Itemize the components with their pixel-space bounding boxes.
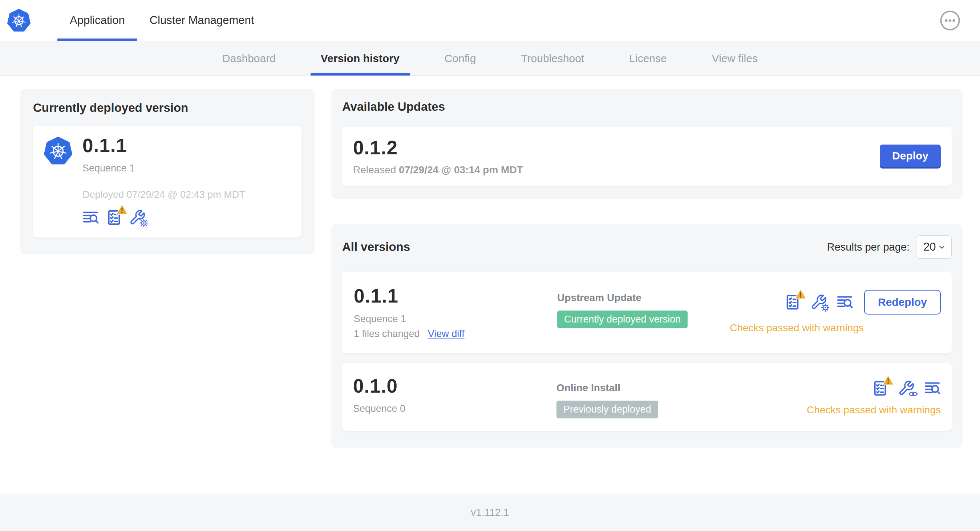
status-badge: Currently deployed version [557,310,687,328]
version-row-actions: Checks passed with warnings [807,375,941,418]
subnav-label: View files [712,52,758,65]
kubernetes-logo-icon [7,9,30,33]
all-versions-card: All versions Results per page: 20 0.1.1 … [331,224,963,448]
row-version-number: 0.1.1 [354,286,557,307]
subnav-item-config[interactable]: Config [434,41,486,76]
current-version-actions [83,209,245,226]
subnav-item-version-history[interactable]: Version history [310,41,410,76]
redeploy-button[interactable]: Redeploy [864,290,941,315]
subnav-label: License [629,52,667,65]
tab-application-label: Application [70,14,125,27]
version-row-source: Upstream Update Currently deployed versi… [557,286,730,339]
status-badge: Previously deployed [557,401,658,418]
deploy-logs-icon[interactable] [83,209,99,226]
view-diff-link[interactable]: View diff [428,328,465,340]
row-version-number: 0.1.0 [353,375,557,397]
tab-cluster-management[interactable]: Cluster Management [137,0,267,41]
view-config-icon[interactable] [898,380,915,397]
app-subnav: Dashboard Version history Config Trouble… [0,41,980,76]
current-version-number: 0.1.1 [83,135,245,156]
subnav-label: Config [445,52,476,65]
gear-icon [140,219,148,227]
preflight-checks-icon[interactable] [784,294,801,310]
preflight-status-text: Checks passed with warnings [807,404,941,416]
available-update-info: 0.1.2 Released 07/29/24 @ 03:14 pm MDT [353,137,523,176]
app-header: Application Cluster Management [0,0,980,41]
source-label: Online Install [557,382,807,394]
deploy-button[interactable]: Deploy [880,145,941,169]
eye-icon [908,390,918,398]
deploy-logs-icon[interactable] [837,294,853,310]
version-row-0-1-0: 0.1.0 Sequence 0 Online Install Previous… [342,363,952,431]
available-updates-card: Available Updates 0.1.2 Released 07/29/2… [331,89,963,199]
results-per-page-label: Results per page: [827,241,910,253]
current-version-sequence: Sequence 1 [83,163,245,174]
version-row-actions: Redeploy Checks passed with warnings [730,286,941,339]
preflight-checks-icon[interactable] [106,209,123,226]
app-footer: v1.112.1 [0,494,980,531]
subnav-label: Version history [321,52,399,65]
results-per-page-value: 20 [923,240,936,253]
current-version-details: 0.1.1 Sequence 1 Deployed 07/29/24 @ 02:… [83,135,245,226]
currently-deployed-card: Currently deployed version [20,89,315,254]
row-sequence: Sequence 0 [353,403,557,414]
kubernetes-app-icon [44,137,72,165]
version-row-info: 0.1.1 Sequence 1 1 files changed View di… [354,286,557,339]
available-updates-title: Available Updates [342,100,952,114]
version-history-page: Currently deployed version [0,76,980,448]
released-date: 07/29/24 @ 03:14 pm MDT [399,164,523,175]
more-options-button[interactable] [940,10,960,31]
more-options-icon [940,10,960,31]
preflight-checks-icon[interactable] [872,380,888,397]
version-row-source: Online Install Previously deployed [557,375,807,418]
results-per-page: Results per page: 20 [827,235,952,259]
tab-cluster-management-label: Cluster Management [150,14,254,27]
all-versions-header: All versions Results per page: 20 [342,235,952,259]
results-per-page-select[interactable]: 20 [916,235,952,259]
edit-config-icon[interactable] [810,294,827,310]
version-row-info: 0.1.0 Sequence 0 [353,375,557,418]
source-label: Upstream Update [557,292,730,304]
currently-deployed-version-panel: 0.1.1 Sequence 1 Deployed 07/29/24 @ 02:… [33,126,301,237]
subnav-item-troubleshoot[interactable]: Troubleshoot [511,41,594,76]
console-version: v1.112.1 [471,507,509,518]
edit-config-icon[interactable] [129,209,146,226]
files-changed-line: 1 files changed View diff [354,328,557,340]
preflight-status-text: Checks passed with warnings [730,322,941,334]
warning-triangle-icon [794,288,807,300]
deploy-logs-icon[interactable] [924,380,941,397]
right-column: Available Updates 0.1.2 Released 07/29/2… [331,89,963,448]
currently-deployed-title: Currently deployed version [33,101,301,115]
warning-triangle-icon [116,203,128,215]
subnav-item-license[interactable]: License [619,41,677,76]
subnav-label: Troubleshoot [521,52,584,65]
subnav-label: Dashboard [222,52,276,65]
subnav-item-dashboard[interactable]: Dashboard [212,41,286,76]
gear-icon [821,303,830,312]
all-versions-title: All versions [342,240,410,254]
warning-triangle-icon [882,374,894,386]
current-version-deployed-timestamp: Deployed 07/29/24 @ 02:43 pm MDT [83,189,245,200]
released-label: Released [353,164,396,175]
update-version-number: 0.1.2 [353,137,523,158]
update-released-line: Released 07/29/24 @ 03:14 pm MDT [353,164,523,176]
row-sequence: Sequence 1 [354,313,557,325]
header-tabs: Application Cluster Management [57,0,266,41]
files-changed-text: 1 files changed [354,328,420,340]
version-row-0-1-1: 0.1.1 Sequence 1 1 files changed View di… [342,272,952,353]
tab-application[interactable]: Application [57,0,137,41]
chevron-down-icon [937,243,946,251]
available-update-row: 0.1.2 Released 07/29/24 @ 03:14 pm MDT D… [342,127,952,186]
subnav-item-view-files[interactable]: View files [702,41,768,76]
